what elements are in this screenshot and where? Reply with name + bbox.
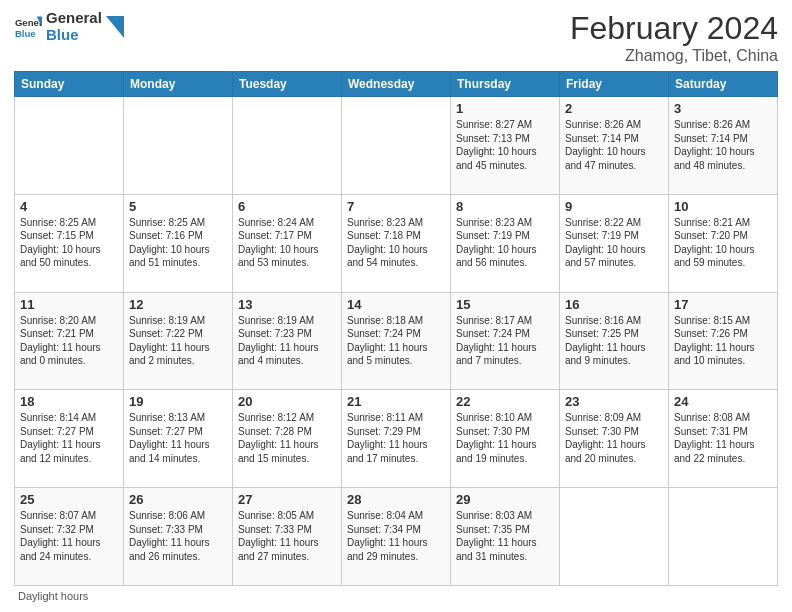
calendar-cell: 15Sunrise: 8:17 AMSunset: 7:24 PMDayligh… — [451, 292, 560, 390]
day-number: 5 — [129, 199, 227, 214]
day-info: Sunrise: 8:21 AMSunset: 7:20 PMDaylight:… — [674, 216, 772, 270]
day-number: 15 — [456, 297, 554, 312]
day-number: 24 — [674, 394, 772, 409]
main-title: February 2024 — [570, 10, 778, 47]
day-header-saturday: Saturday — [669, 72, 778, 97]
calendar-week-2: 4Sunrise: 8:25 AMSunset: 7:15 PMDaylight… — [15, 194, 778, 292]
day-info: Sunrise: 8:16 AMSunset: 7:25 PMDaylight:… — [565, 314, 663, 368]
day-info: Sunrise: 8:15 AMSunset: 7:26 PMDaylight:… — [674, 314, 772, 368]
calendar-cell: 17Sunrise: 8:15 AMSunset: 7:26 PMDayligh… — [669, 292, 778, 390]
day-info: Sunrise: 8:18 AMSunset: 7:24 PMDaylight:… — [347, 314, 445, 368]
calendar-cell: 28Sunrise: 8:04 AMSunset: 7:34 PMDayligh… — [342, 488, 451, 586]
calendar-cell — [560, 488, 669, 586]
logo: General Blue General Blue — [14, 10, 124, 43]
calendar-cell: 4Sunrise: 8:25 AMSunset: 7:15 PMDaylight… — [15, 194, 124, 292]
page: General Blue General Blue February 2024 … — [0, 0, 792, 612]
day-header-tuesday: Tuesday — [233, 72, 342, 97]
day-info: Sunrise: 8:11 AMSunset: 7:29 PMDaylight:… — [347, 411, 445, 465]
calendar-table: SundayMondayTuesdayWednesdayThursdayFrid… — [14, 71, 778, 586]
calendar-cell: 7Sunrise: 8:23 AMSunset: 7:18 PMDaylight… — [342, 194, 451, 292]
day-number: 4 — [20, 199, 118, 214]
day-number: 28 — [347, 492, 445, 507]
day-number: 17 — [674, 297, 772, 312]
calendar-cell — [669, 488, 778, 586]
day-number: 27 — [238, 492, 336, 507]
calendar-cell: 26Sunrise: 8:06 AMSunset: 7:33 PMDayligh… — [124, 488, 233, 586]
day-number: 29 — [456, 492, 554, 507]
day-number: 2 — [565, 101, 663, 116]
day-number: 9 — [565, 199, 663, 214]
day-info: Sunrise: 8:19 AMSunset: 7:23 PMDaylight:… — [238, 314, 336, 368]
calendar-cell — [124, 97, 233, 195]
calendar-week-4: 18Sunrise: 8:14 AMSunset: 7:27 PMDayligh… — [15, 390, 778, 488]
calendar-cell: 5Sunrise: 8:25 AMSunset: 7:16 PMDaylight… — [124, 194, 233, 292]
day-info: Sunrise: 8:14 AMSunset: 7:27 PMDaylight:… — [20, 411, 118, 465]
day-number: 1 — [456, 101, 554, 116]
day-number: 26 — [129, 492, 227, 507]
day-info: Sunrise: 8:27 AMSunset: 7:13 PMDaylight:… — [456, 118, 554, 172]
day-info: Sunrise: 8:17 AMSunset: 7:24 PMDaylight:… — [456, 314, 554, 368]
day-header-friday: Friday — [560, 72, 669, 97]
calendar-cell: 20Sunrise: 8:12 AMSunset: 7:28 PMDayligh… — [233, 390, 342, 488]
calendar-cell: 24Sunrise: 8:08 AMSunset: 7:31 PMDayligh… — [669, 390, 778, 488]
subtitle: Zhamog, Tibet, China — [570, 47, 778, 65]
calendar-cell — [233, 97, 342, 195]
day-number: 16 — [565, 297, 663, 312]
logo-chevron-icon — [106, 16, 124, 38]
calendar-week-3: 11Sunrise: 8:20 AMSunset: 7:21 PMDayligh… — [15, 292, 778, 390]
day-number: 25 — [20, 492, 118, 507]
day-info: Sunrise: 8:23 AMSunset: 7:18 PMDaylight:… — [347, 216, 445, 270]
day-info: Sunrise: 8:22 AMSunset: 7:19 PMDaylight:… — [565, 216, 663, 270]
day-info: Sunrise: 8:05 AMSunset: 7:33 PMDaylight:… — [238, 509, 336, 563]
logo-general: General — [46, 10, 102, 27]
day-info: Sunrise: 8:10 AMSunset: 7:30 PMDaylight:… — [456, 411, 554, 465]
calendar-cell: 27Sunrise: 8:05 AMSunset: 7:33 PMDayligh… — [233, 488, 342, 586]
day-number: 23 — [565, 394, 663, 409]
day-info: Sunrise: 8:20 AMSunset: 7:21 PMDaylight:… — [20, 314, 118, 368]
day-number: 12 — [129, 297, 227, 312]
calendar-body: 1Sunrise: 8:27 AMSunset: 7:13 PMDaylight… — [15, 97, 778, 586]
day-number: 18 — [20, 394, 118, 409]
calendar-cell: 29Sunrise: 8:03 AMSunset: 7:35 PMDayligh… — [451, 488, 560, 586]
day-header-wednesday: Wednesday — [342, 72, 451, 97]
calendar-cell: 3Sunrise: 8:26 AMSunset: 7:14 PMDaylight… — [669, 97, 778, 195]
calendar-cell: 12Sunrise: 8:19 AMSunset: 7:22 PMDayligh… — [124, 292, 233, 390]
day-info: Sunrise: 8:09 AMSunset: 7:30 PMDaylight:… — [565, 411, 663, 465]
day-number: 14 — [347, 297, 445, 312]
logo-blue: Blue — [46, 27, 102, 44]
calendar-cell: 9Sunrise: 8:22 AMSunset: 7:19 PMDaylight… — [560, 194, 669, 292]
calendar-cell: 23Sunrise: 8:09 AMSunset: 7:30 PMDayligh… — [560, 390, 669, 488]
day-info: Sunrise: 8:25 AMSunset: 7:15 PMDaylight:… — [20, 216, 118, 270]
day-number: 22 — [456, 394, 554, 409]
calendar-week-1: 1Sunrise: 8:27 AMSunset: 7:13 PMDaylight… — [15, 97, 778, 195]
day-header-monday: Monday — [124, 72, 233, 97]
day-number: 21 — [347, 394, 445, 409]
day-number: 13 — [238, 297, 336, 312]
calendar-cell: 11Sunrise: 8:20 AMSunset: 7:21 PMDayligh… — [15, 292, 124, 390]
day-info: Sunrise: 8:04 AMSunset: 7:34 PMDaylight:… — [347, 509, 445, 563]
day-info: Sunrise: 8:03 AMSunset: 7:35 PMDaylight:… — [456, 509, 554, 563]
logo-icon: General Blue — [14, 13, 42, 41]
days-header-row: SundayMondayTuesdayWednesdayThursdayFrid… — [15, 72, 778, 97]
svg-marker-3 — [106, 16, 124, 38]
day-header-sunday: Sunday — [15, 72, 124, 97]
calendar-cell: 18Sunrise: 8:14 AMSunset: 7:27 PMDayligh… — [15, 390, 124, 488]
day-info: Sunrise: 8:12 AMSunset: 7:28 PMDaylight:… — [238, 411, 336, 465]
header: General Blue General Blue February 2024 … — [14, 10, 778, 65]
calendar-cell: 1Sunrise: 8:27 AMSunset: 7:13 PMDaylight… — [451, 97, 560, 195]
calendar-cell: 6Sunrise: 8:24 AMSunset: 7:17 PMDaylight… — [233, 194, 342, 292]
day-info: Sunrise: 8:19 AMSunset: 7:22 PMDaylight:… — [129, 314, 227, 368]
calendar-cell — [15, 97, 124, 195]
day-header-thursday: Thursday — [451, 72, 560, 97]
calendar-cell: 8Sunrise: 8:23 AMSunset: 7:19 PMDaylight… — [451, 194, 560, 292]
calendar-cell: 14Sunrise: 8:18 AMSunset: 7:24 PMDayligh… — [342, 292, 451, 390]
day-info: Sunrise: 8:06 AMSunset: 7:33 PMDaylight:… — [129, 509, 227, 563]
calendar-cell: 25Sunrise: 8:07 AMSunset: 7:32 PMDayligh… — [15, 488, 124, 586]
day-info: Sunrise: 8:26 AMSunset: 7:14 PMDaylight:… — [674, 118, 772, 172]
title-block: February 2024 Zhamog, Tibet, China — [570, 10, 778, 65]
footer-note: Daylight hours — [14, 590, 778, 602]
calendar-cell: 19Sunrise: 8:13 AMSunset: 7:27 PMDayligh… — [124, 390, 233, 488]
day-info: Sunrise: 8:13 AMSunset: 7:27 PMDaylight:… — [129, 411, 227, 465]
calendar-cell: 10Sunrise: 8:21 AMSunset: 7:20 PMDayligh… — [669, 194, 778, 292]
day-info: Sunrise: 8:24 AMSunset: 7:17 PMDaylight:… — [238, 216, 336, 270]
